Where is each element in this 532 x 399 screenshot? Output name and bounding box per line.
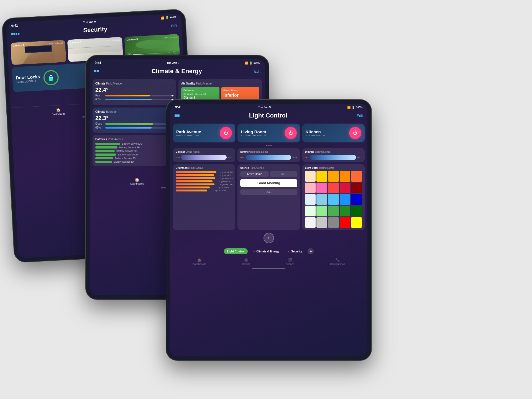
light-dot-2 (268, 145, 270, 146)
mic-icon: 🎤 (171, 51, 175, 54)
color-swatch-11[interactable] (316, 194, 327, 205)
dimmer-bedroom-track[interactable]: ›› › (245, 155, 291, 160)
climate-status-date: Tue Jan 9 (167, 62, 179, 65)
scene-arrive-partial[interactable]: Go... (270, 171, 297, 177)
light-nav-dashboards[interactable]: 🏠 Dashboards (193, 258, 206, 265)
color-swatch-23[interactable] (340, 217, 351, 228)
room-kitchen[interactable]: Kitchen 1 IS TURNED ON ⏻ (302, 124, 365, 142)
color-swatch-9[interactable] (351, 183, 362, 193)
light-grid-dot (175, 114, 177, 117)
color-title: Light Color Ceiling Lights (305, 167, 362, 169)
scenes-row-arrive: Arrive Home Go... (240, 171, 297, 177)
color-swatch-14[interactable] (351, 194, 362, 205)
battery-name-0: Battery Service A3 (122, 142, 150, 145)
dimmer-bedroom-slider: MIN ›› › MAX (240, 155, 297, 160)
living-room-name: Living Room (241, 129, 266, 134)
light-nav-config-label: Configuration (330, 263, 345, 265)
bedroom-good-bar[interactable] (105, 123, 173, 125)
dimmer-ceiling: Dimmer Ceiling Lights MIN ›› › MAX (302, 148, 365, 162)
dimmer-max: MAX (228, 156, 232, 159)
room-living[interactable]: Living Room ALL ARE TURNED ON ⏻ (237, 124, 300, 142)
color-swatch-5[interactable] (305, 183, 316, 193)
grid-dot-2 (97, 70, 99, 72)
bright-name-3: Lightbulb B1 (214, 180, 232, 183)
bottom-cards: Brightness Park Avenue Lightbulb 28 Ligh… (173, 164, 365, 230)
color-swatch-17[interactable] (328, 206, 339, 216)
kitchen-power-btn[interactable]: ⏻ (349, 127, 361, 139)
bright-row-4: Lightbulb 4A (176, 183, 232, 186)
living-power-btn[interactable]: ⏻ (285, 127, 297, 139)
light-dot-3 (270, 145, 272, 146)
scene-arrive-home[interactable]: Arrive Home (240, 171, 269, 177)
battery-pct: 100% (170, 16, 177, 19)
color-swatch-13[interactable] (340, 194, 351, 205)
scene-leave[interactable]: Lea... (240, 189, 297, 195)
dimmer-living-title: Dimmer Living Room (176, 150, 232, 153)
bedroom-temp: 22.3° (95, 115, 173, 121)
climate-nav-dashboards[interactable]: 🏠 Dashboards (131, 177, 144, 185)
light-status-time: 9:41 (175, 105, 182, 109)
light-battery-pct: 100% (356, 106, 362, 109)
color-swatch-21[interactable] (316, 217, 327, 228)
light-dot-1 (266, 145, 267, 146)
color-card: Light Color Ceiling Lights (302, 164, 365, 230)
light-nav-control[interactable]: ⚙️ Control (242, 258, 250, 265)
dimmer-ceiling-slider: MIN ›› › MAX (305, 155, 362, 160)
tab-add-btn[interactable]: + (308, 248, 314, 254)
climate-park-title: Climate Park Avenue (95, 82, 173, 85)
tab-climate-energy[interactable]: Climate & Energy (250, 248, 283, 254)
color-swatch-7[interactable] (328, 183, 339, 193)
color-swatch-18[interactable] (340, 206, 351, 216)
nav-dashboards[interactable]: 🏠 Dashboards (51, 107, 65, 116)
climate-edit-btn[interactable]: Edit (254, 69, 260, 73)
brightness-card: Brightness Park Avenue Lightbulb 28 Ligh… (173, 164, 235, 230)
brightness-title: Brightness Park Avenue (176, 167, 232, 169)
color-swatch-0[interactable] (305, 171, 316, 182)
scenes-title: Scenes Park Avenue (240, 167, 297, 169)
park-humid-bar[interactable] (105, 99, 173, 100)
light-edit-btn[interactable]: Edit (357, 114, 363, 118)
battery-name-4: Battery Service F3 (115, 157, 143, 160)
color-swatch-12[interactable] (328, 194, 339, 205)
color-swatch-16[interactable] (316, 206, 327, 216)
dimmer-arrows-icon: ›› › (221, 156, 224, 159)
security-edit-btn[interactable]: Edit (171, 23, 177, 28)
color-swatch-4[interactable] (351, 171, 362, 182)
dimmer-ceiling-track[interactable]: ›› › (310, 155, 356, 160)
bottom-tabs-bar: Light Control Climate & Energy Security … (170, 247, 367, 256)
color-swatch-24[interactable] (351, 217, 362, 228)
color-swatch-6[interactable] (316, 183, 327, 193)
room-park[interactable]: Park Avenue 6 ARE TURNED ON ⏻ (173, 124, 235, 142)
grid-icon (11, 33, 19, 35)
tab-light-control[interactable]: Light Control (224, 248, 248, 254)
bright-row-1: Lightbulb 32 (176, 174, 232, 177)
color-swatch-8[interactable] (340, 183, 351, 193)
bright-row-3: Lightbulb B1 (176, 180, 232, 183)
light-status-bar: 9:41 Tue Jan 9 📶 🔋 100% (170, 104, 367, 110)
bedroom-humid-bar[interactable] (105, 127, 173, 129)
battery-name-3: Battery Service 27 (118, 153, 145, 156)
add-button[interactable]: + (264, 233, 274, 243)
tab-security[interactable]: Security (285, 248, 305, 254)
color-swatch-1[interactable] (316, 171, 327, 182)
light-nav-scenes[interactable]: 🎬 Scenes (286, 258, 294, 265)
color-swatch-3[interactable] (340, 171, 351, 182)
color-swatch-2[interactable] (328, 171, 339, 182)
scene-good-morning[interactable]: Good Morning (240, 179, 297, 187)
park-power-btn[interactable]: ⏻ (220, 127, 232, 139)
dimmer-living-track[interactable]: ›› › (181, 155, 227, 160)
camera-1[interactable]: Camera 1 4 seconds ago (11, 40, 66, 65)
light-nav-config[interactable]: 🔧 Configuration (330, 258, 345, 265)
color-swatch-15[interactable] (305, 206, 316, 216)
bright-name-6: Lightbulb B9 (208, 189, 226, 192)
park-room-name: Park Avenue (176, 129, 201, 134)
park-fair-bar[interactable] (105, 95, 173, 96)
color-swatch-19[interactable] (351, 206, 362, 216)
status-date: Tue Jan 9 (83, 20, 96, 24)
color-swatch-20[interactable] (305, 217, 316, 228)
brightness-bars: Lightbulb 28 Lightbulb 32 Lightbulb F9 (176, 171, 232, 192)
light-status-icons: 📶 🔋 100% (347, 106, 362, 109)
color-swatch-22[interactable] (328, 217, 339, 228)
color-swatch-10[interactable] (305, 194, 316, 205)
light-battery-icon: 🔋 (352, 106, 355, 109)
